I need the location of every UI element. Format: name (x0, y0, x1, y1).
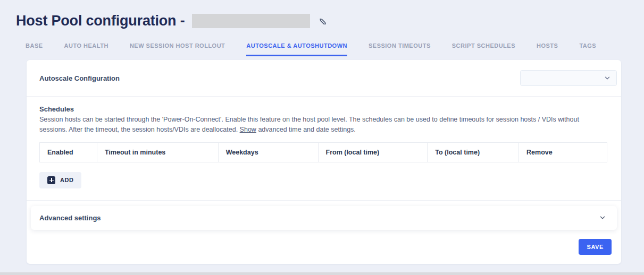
page-title: Host Pool configuration - (16, 13, 185, 29)
schedules-description: Session hosts can be started through the… (39, 115, 608, 135)
save-button[interactable]: SAVE (579, 239, 612, 255)
col-to-local-time: To (local time) (428, 142, 519, 162)
col-from-local-time: From (local time) (318, 142, 428, 162)
tab-tags[interactable]: TAGS (579, 42, 596, 56)
page-header: Host Pool configuration - (16, 13, 327, 29)
autoscale-configuration-heading: Autoscale Configuration (39, 74, 120, 82)
autoscale-card: Autoscale Configuration Schedules Sessio… (27, 60, 621, 264)
add-button-label: ADD (60, 177, 73, 183)
advanced-settings-heading: Advanced settings (39, 214, 101, 222)
schedules-section: Schedules Session hosts can be started t… (27, 97, 621, 188)
section-divider (27, 200, 621, 201)
col-remove: Remove (519, 142, 607, 162)
chevron-down-icon (599, 214, 606, 221)
show-advanced-settings-link[interactable]: Show (240, 126, 256, 133)
plus-icon (47, 176, 55, 184)
add-schedule-button[interactable]: ADD (39, 172, 81, 188)
chevron-down-icon (604, 74, 611, 82)
schedules-heading: Schedules (39, 105, 608, 113)
host-pool-name-redacted (192, 14, 310, 28)
tab-script-schedules[interactable]: SCRIPT SCHEDULES (452, 42, 515, 56)
tab-base[interactable]: BASE (26, 42, 43, 56)
autoscale-configuration-dropdown[interactable] (520, 70, 617, 86)
col-timeout-in-minutes: Timeout in minutes (97, 142, 218, 162)
col-weekdays: Weekdays (218, 142, 318, 162)
host-pool-configuration-page: Host Pool configuration - BASE AUTO HEAL… (0, 0, 644, 275)
schedules-table-header-row: Enabled Timeout in minutes Weekdays From… (40, 142, 607, 162)
schedules-description-tail: advanced time and date settings. (258, 126, 355, 133)
advanced-settings-accordion[interactable]: Advanced settings (31, 206, 617, 230)
col-enabled: Enabled (40, 142, 97, 162)
tab-autoscale-autoshutdown[interactable]: AUTOSCALE & AUTOSHUTDOWN (246, 42, 347, 56)
save-row: SAVE (27, 230, 621, 255)
tab-auto-health[interactable]: AUTO HEALTH (64, 42, 108, 56)
schedules-table: Enabled Timeout in minutes Weekdays From… (39, 142, 607, 162)
tab-hosts[interactable]: HOSTS (537, 42, 558, 56)
window-bottom-edge (0, 272, 644, 275)
tab-new-session-host-rollout[interactable]: NEW SESSION HOST ROLLOUT (130, 42, 225, 56)
tab-bar: BASE AUTO HEALTH NEW SESSION HOST ROLLOU… (26, 42, 628, 56)
edit-pen-icon[interactable] (319, 17, 327, 25)
tab-session-timeouts[interactable]: SESSION TIMEOUTS (369, 42, 431, 56)
autoscale-configuration-row: Autoscale Configuration (27, 60, 621, 96)
